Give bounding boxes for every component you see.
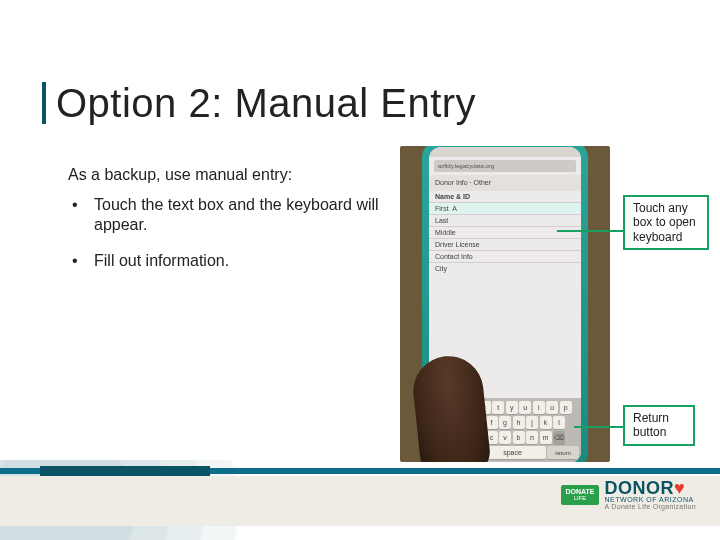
key: l [553, 416, 565, 429]
key: b [513, 431, 525, 444]
key: m [540, 431, 552, 444]
key: n [526, 431, 538, 444]
phone-photo: azfldy.legacydata.org Donor Info · Other… [400, 146, 610, 462]
field-contact: Contact Info [429, 250, 581, 262]
callout-leader [574, 426, 623, 428]
badge-bottom: LIFE [565, 496, 594, 501]
callout-leader [557, 230, 623, 232]
key: v [499, 431, 511, 444]
footer-logo: DONATE LIFE DONOR♥ NETWORK OF ARIZONA A … [561, 480, 696, 510]
page-header: Donor Info · Other [429, 175, 581, 191]
field-value: A [452, 205, 457, 212]
key: j [526, 416, 538, 429]
field-label: First [435, 205, 449, 212]
footer-stripe-accent [40, 466, 210, 476]
status-bar [429, 147, 581, 157]
donor-sub: NETWORK OF ARIZONA [605, 496, 696, 503]
donor-main: DONOR♥ [605, 480, 696, 496]
field-first: First A [429, 202, 581, 214]
key: t [492, 401, 504, 414]
slide-title: Option 2: Manual Entry [56, 82, 476, 124]
field-last: Last [429, 214, 581, 226]
donor-tag: A Donate Life Organization [605, 503, 696, 510]
key: o [546, 401, 558, 414]
slide: Option 2: Manual Entry As a backup, use … [0, 0, 720, 540]
key: p [560, 401, 572, 414]
delete-key: ⌫ [553, 431, 565, 444]
heart-icon: ♥ [674, 478, 685, 498]
bullet-item: Touch the text box and the keyboard will… [68, 195, 398, 235]
bullet-list: Touch the text box and the keyboard will… [68, 195, 398, 287]
title-accent-bar [42, 82, 46, 124]
key: y [506, 401, 518, 414]
url-bar: azfldy.legacydata.org [434, 160, 576, 172]
return-key: return [547, 446, 579, 459]
title-block: Option 2: Manual Entry [42, 82, 476, 124]
callout-return: Return button [623, 405, 695, 446]
donate-life-badge: DONATE LIFE [561, 485, 598, 505]
key: u [519, 401, 531, 414]
intro-text: As a backup, use manual entry: [68, 166, 292, 184]
field-middle: Middle [429, 226, 581, 238]
key: i [533, 401, 545, 414]
field-city: City [429, 262, 581, 274]
bullet-item: Fill out information. [68, 251, 398, 271]
key: k [540, 416, 552, 429]
key: g [499, 416, 511, 429]
donor-network-logo: DONOR♥ NETWORK OF ARIZONA A Donate Life … [605, 480, 696, 510]
section-title: Name & ID [429, 191, 581, 202]
callout-touch: Touch any box to open keyboard [623, 195, 709, 250]
field-dl: Driver License [429, 238, 581, 250]
key: h [513, 416, 525, 429]
